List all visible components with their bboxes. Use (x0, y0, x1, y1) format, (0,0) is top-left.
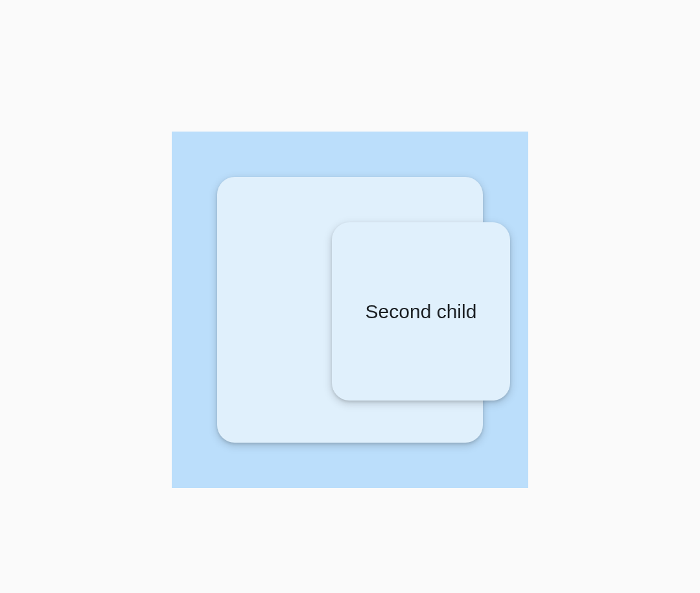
second-child-card: Second child (332, 222, 510, 401)
second-child-label: Second child (366, 301, 477, 323)
outer-container: Second child (172, 132, 528, 488)
